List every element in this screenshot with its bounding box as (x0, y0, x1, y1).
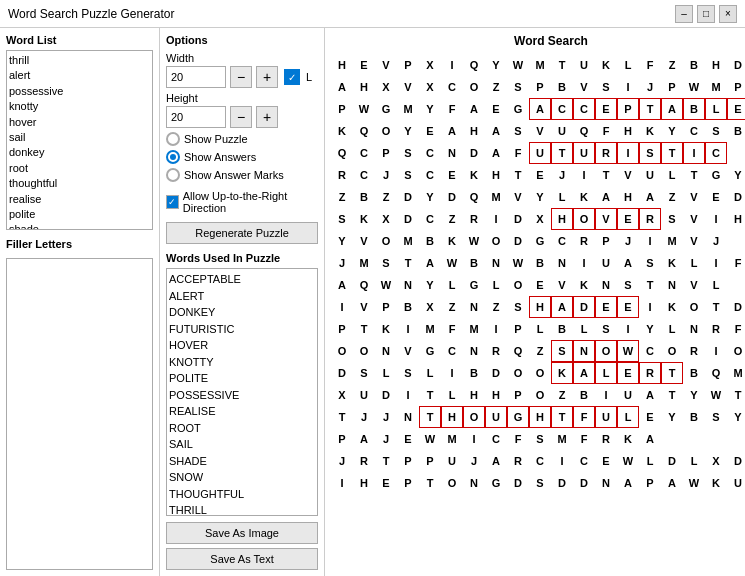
height-input[interactable] (166, 106, 226, 128)
grid-cell: B (683, 362, 705, 384)
grid-cell: H (529, 406, 551, 428)
radio-show-puzzle[interactable]: Show Puzzle (166, 132, 318, 146)
grid-cell: O (683, 296, 705, 318)
grid-cell: D (661, 450, 683, 472)
height-decrease-button[interactable]: − (230, 106, 252, 128)
grid-cell: I (617, 318, 639, 340)
grid-cell: E (617, 208, 639, 230)
grid-cell: K (573, 186, 595, 208)
grid-cell: A (441, 120, 463, 142)
grid-cell: P (331, 318, 353, 340)
grid-cell: M (463, 318, 485, 340)
grid-cell: H (353, 76, 375, 98)
minimize-button[interactable]: – (675, 5, 693, 23)
radio-answers-circle[interactable] (166, 150, 180, 164)
word-list-item: donkey (9, 145, 150, 160)
grid-cell: L (705, 274, 727, 296)
grid-cell: G (375, 98, 397, 120)
grid-cell: Z (661, 54, 683, 76)
grid-cell: Q (705, 362, 727, 384)
grid-cell: E (617, 362, 639, 384)
radio-show-marks[interactable]: Show Answer Marks (166, 168, 318, 182)
grid-cell: M (551, 428, 573, 450)
grid-cell: C (353, 164, 375, 186)
grid-cell: K (353, 208, 375, 230)
grid-cell: U (573, 142, 595, 164)
grid-cell: S (529, 428, 551, 450)
words-used-item: ROOT (169, 420, 315, 437)
grid-cell: Y (485, 54, 507, 76)
width-decrease-button[interactable]: − (230, 66, 252, 88)
grid-cell: P (397, 54, 419, 76)
grid-cell: J (375, 428, 397, 450)
grid-cell: C (705, 142, 727, 164)
grid-cell: V (397, 340, 419, 362)
grid-cell: I (331, 472, 353, 494)
grid-cell: J (353, 406, 375, 428)
word-list-box[interactable]: thrillalertpossessiveknottyhoversaildonk… (6, 50, 153, 230)
grid-cell: S (661, 208, 683, 230)
grid-cell: D (727, 54, 745, 76)
grid-cell: L (617, 406, 639, 428)
grid-cell: H (551, 208, 573, 230)
grid-cell: L (683, 450, 705, 472)
grid-cell: I (573, 252, 595, 274)
width-input[interactable] (166, 66, 226, 88)
close-button[interactable]: × (719, 5, 737, 23)
grid-cell: K (595, 54, 617, 76)
grid-cell: I (617, 76, 639, 98)
upright-direction-row[interactable]: ✓ Allow Up-to-the-Right Direction (166, 190, 318, 214)
grid-cell: H (529, 296, 551, 318)
grid-cell: N (485, 252, 507, 274)
grid-cell: L (529, 318, 551, 340)
grid-cell: A (485, 450, 507, 472)
words-used-item: REALISE (169, 403, 315, 420)
grid-cell: N (375, 340, 397, 362)
grid-cell: J (375, 164, 397, 186)
width-increase-button[interactable]: + (256, 66, 278, 88)
grid-cell: T (705, 296, 727, 318)
grid-cell (727, 274, 745, 296)
maximize-button[interactable]: □ (697, 5, 715, 23)
grid-cell: C (529, 450, 551, 472)
words-used-item: HOVER (169, 337, 315, 354)
grid-cell: F (507, 428, 529, 450)
grid-cell: H (485, 384, 507, 406)
grid-cell: E (375, 472, 397, 494)
grid-cell: I (683, 142, 705, 164)
grid-cell: Z (661, 186, 683, 208)
grid-cell: D (441, 186, 463, 208)
grid-cell: J (705, 230, 727, 252)
grid-cell: B (353, 186, 375, 208)
height-increase-button[interactable]: + (256, 106, 278, 128)
width-checkbox[interactable]: ✓ (284, 69, 300, 85)
save-text-button[interactable]: Save As Text (166, 548, 318, 570)
grid-cell: I (441, 362, 463, 384)
height-label: Height (166, 92, 318, 104)
grid-cell: L (705, 98, 727, 120)
grid-cell: W (507, 252, 529, 274)
grid-cell: U (639, 164, 661, 186)
grid-cell (727, 428, 745, 450)
grid-cell: R (683, 340, 705, 362)
grid-cell: U (727, 472, 745, 494)
grid-cell: T (331, 406, 353, 428)
radio-show-answers[interactable]: Show Answers (166, 150, 318, 164)
grid-cell: B (419, 230, 441, 252)
grid-cell: Z (331, 186, 353, 208)
grid-cell: B (683, 54, 705, 76)
grid-cell: L (375, 362, 397, 384)
grid-cell: V (683, 230, 705, 252)
radio-marks-circle[interactable] (166, 168, 180, 182)
bottom-buttons: Save As Image Save As Text (166, 522, 318, 570)
grid-cell: Q (573, 120, 595, 142)
regenerate-button[interactable]: Regenerate Puzzle (166, 222, 318, 244)
grid-cell: F (441, 318, 463, 340)
save-image-button[interactable]: Save As Image (166, 522, 318, 544)
upright-checkbox[interactable]: ✓ (166, 195, 179, 209)
window-controls: – □ × (675, 5, 737, 23)
grid-cell: L (419, 362, 441, 384)
radio-puzzle-circle[interactable] (166, 132, 180, 146)
words-used-item: THOUGHTFUL (169, 486, 315, 503)
grid-cell: T (551, 142, 573, 164)
